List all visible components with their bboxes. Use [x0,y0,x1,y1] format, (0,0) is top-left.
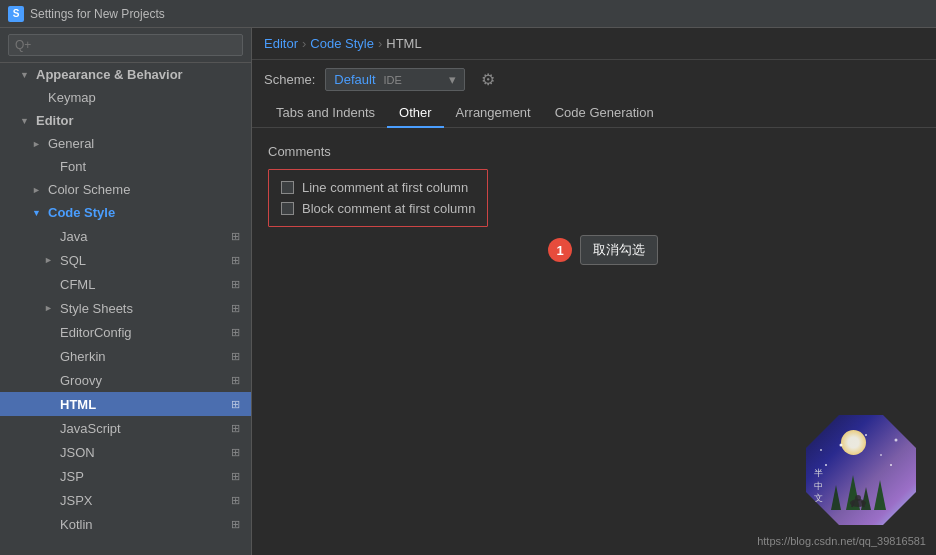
svg-point-4 [880,454,882,456]
annotation-number: 1 [548,238,572,262]
svg-marker-10 [874,480,886,510]
scheme-row: Scheme: Default IDE ▾ ⚙ [252,60,936,99]
svg-marker-9 [861,487,871,510]
sidebar-item-jspx[interactable]: JSPX ⊞ [0,488,251,512]
copy-icon: ⊞ [227,276,243,292]
copy-icon: ⊞ [227,468,243,484]
dropdown-arrow-icon: ▾ [449,72,456,87]
copy-icon: ⊞ [227,252,243,268]
sidebar-item-appearance-behavior[interactable]: ▼ Appearance & Behavior [0,63,251,86]
search-input[interactable] [8,34,243,56]
copy-icon: ⊞ [227,324,243,340]
comments-section-title: Comments [268,144,920,159]
sidebar-item-color-scheme[interactable]: ► Color Scheme [0,178,251,201]
sidebar-item-font[interactable]: Font [0,155,251,178]
url-text: https://blog.csdn.net/qq_39816581 [757,535,926,547]
copy-icon: ⊞ [227,372,243,388]
block-comment-label[interactable]: Block comment at first column [302,201,475,216]
line-comment-row: Line comment at first column [281,180,475,195]
tab-other[interactable]: Other [387,99,444,128]
breadcrumb-sep-1: › [302,36,306,51]
sidebar: ▼ Appearance & Behavior Keymap ▼ Editor … [0,28,252,555]
svg-point-5 [895,439,898,442]
cn-chars: 半中文 [814,467,823,505]
svg-point-6 [890,464,892,466]
breadcrumb: Editor › Code Style › HTML [252,28,936,60]
block-comment-row: Block comment at first column [281,201,475,216]
sidebar-item-code-style[interactable]: ▼ Code Style [0,201,251,224]
sidebar-item-kotlin[interactable]: Kotlin ⊞ [0,512,251,536]
sidebar-item-html[interactable]: HTML ⊞ [0,392,251,416]
tabs-row: Tabs and Indents Other Arrangement Code … [252,99,936,128]
scheme-select[interactable]: Default IDE ▾ [325,68,465,91]
copy-icon: ⊞ [227,492,243,508]
sidebar-item-general[interactable]: ► General [0,132,251,155]
title-bar: S Settings for New Projects [0,0,936,28]
copy-icon: ⊞ [227,228,243,244]
line-comment-label[interactable]: Line comment at first column [302,180,468,195]
svg-point-0 [825,464,827,466]
app-icon: S [8,6,24,22]
tab-arrangement[interactable]: Arrangement [444,99,543,128]
line-comment-checkbox[interactable] [281,181,294,194]
copy-icon: ⊞ [227,348,243,364]
copy-icon: ⊞ [227,420,243,436]
decoration-image: 半中文 [806,415,916,525]
main-content: ▼ Appearance & Behavior Keymap ▼ Editor … [0,28,936,555]
tab-tabs-indents[interactable]: Tabs and Indents [264,99,387,128]
window-title: Settings for New Projects [30,7,165,21]
sidebar-item-json[interactable]: JSON ⊞ [0,440,251,464]
svg-marker-7 [831,485,841,510]
svg-point-3 [865,434,867,436]
annotation-text: 取消勾选 [580,235,658,265]
copy-icon: ⊞ [227,444,243,460]
sidebar-item-gherkin[interactable]: Gherkin ⊞ [0,344,251,368]
copy-icon: ⊞ [227,516,243,532]
sidebar-item-keymap[interactable]: Keymap [0,86,251,109]
scheme-label: Scheme: [264,72,315,87]
sidebar-item-groovy[interactable]: Groovy ⊞ [0,368,251,392]
sidebar-item-javascript[interactable]: JavaScript ⊞ [0,416,251,440]
sidebar-item-editor[interactable]: ▼ Editor [0,109,251,132]
sidebar-item-style-sheets[interactable]: ► Style Sheets ⊞ [0,296,251,320]
annotation-container: 1 取消勾选 [548,235,920,265]
sidebar-item-java[interactable]: Java ⊞ [0,224,251,248]
breadcrumb-sep-2: › [378,36,382,51]
octagon-shape: 半中文 [806,415,916,525]
tab-code-generation[interactable]: Code Generation [543,99,666,128]
svg-point-14 [855,495,861,501]
copy-icon: ⊞ [227,300,243,316]
breadcrumb-html: HTML [386,36,421,51]
sidebar-item-editorconfig[interactable]: EditorConfig ⊞ [0,320,251,344]
sidebar-item-jsp[interactable]: JSP ⊞ [0,464,251,488]
breadcrumb-editor[interactable]: Editor [264,36,298,51]
svg-point-1 [840,444,843,447]
comments-box: Line comment at first column Block comme… [268,169,488,227]
svg-point-2 [820,449,822,451]
scheme-ide-label: IDE [384,74,402,86]
sidebar-item-sql[interactable]: ► SQL ⊞ [0,248,251,272]
copy-icon: ⊞ [227,396,243,412]
gear-button[interactable]: ⚙ [475,68,501,91]
breadcrumb-code-style[interactable]: Code Style [310,36,374,51]
right-panel: Editor › Code Style › HTML Scheme: Defau… [252,28,936,555]
search-bar[interactable] [0,28,251,63]
arrow-icon: ▼ [20,70,32,80]
block-comment-checkbox[interactable] [281,202,294,215]
scheme-value: Default [334,72,375,87]
sidebar-item-cfml[interactable]: CFML ⊞ [0,272,251,296]
